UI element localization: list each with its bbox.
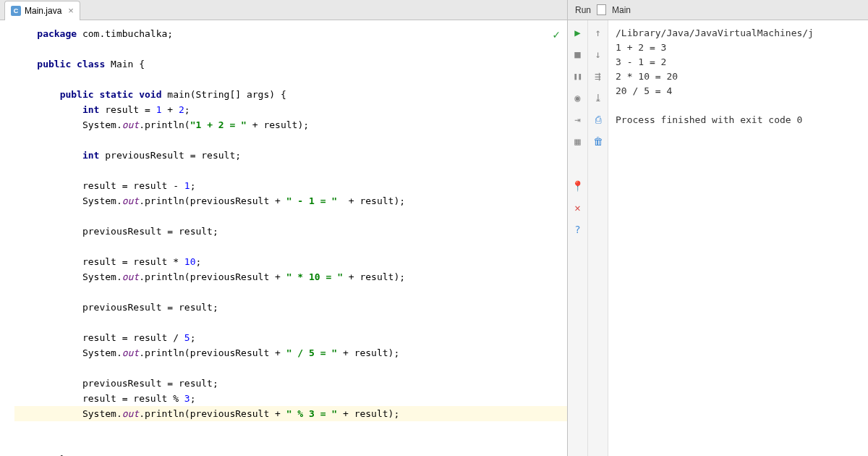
run-body: ▶ ■ ❚❚ ◉ ⇥ ▦ 📍 ✕ ? ↑ ↓ ⇶ ⤓ ⎙ 🗑 /Library/… [568, 20, 868, 456]
run-toolbar-right: ↑ ↓ ⇶ ⤓ ⎙ 🗑 [588, 20, 608, 456]
wrap-icon[interactable]: ⇶ [592, 69, 605, 83]
play-icon[interactable]: ▶ [571, 26, 584, 39]
code-line: int previousResult = result; [14, 148, 567, 163]
pause-icon[interactable]: ❚❚ [571, 69, 584, 83]
code-editor[interactable]: ✓ package com.timbuchalka; public class … [0, 20, 567, 456]
close-icon[interactable]: ✕ [571, 201, 584, 214]
code-line [14, 239, 567, 254]
code-line: previousResult = result; [14, 300, 567, 315]
code-line: System.out.println(previousResult + " * … [14, 269, 567, 284]
trash-icon[interactable]: 🗑 [592, 135, 605, 148]
code-line: package com.timbuchalka; [14, 26, 567, 41]
run-toolbar-left: ▶ ■ ❚❚ ◉ ⇥ ▦ 📍 ✕ ? [568, 20, 588, 456]
print-icon[interactable]: ⎙ [592, 113, 605, 126]
console-output[interactable]: /Library/Java/JavaVirtualMachines/j1 + 2… [608, 20, 868, 456]
checkmark-icon: ✓ [553, 28, 560, 41]
tab-filename: Main.java [25, 6, 61, 16]
code-line: public static void main(String[] args) { [14, 87, 567, 102]
run-panel: Run Main ▶ ■ ❚❚ ◉ ⇥ ▦ 📍 ✕ ? ↑ ↓ ⇶ ⤓ ⎙ 🗑 … [568, 0, 868, 456]
exit-icon[interactable]: ⇥ [571, 113, 584, 126]
code-line: result = result / 5; [14, 330, 567, 345]
help-icon[interactable]: ? [571, 223, 584, 236]
console-line [616, 98, 861, 113]
camera-icon[interactable]: ◉ [571, 91, 584, 104]
java-class-icon: C [11, 6, 21, 16]
code-line [14, 315, 567, 330]
up-arrow-icon[interactable]: ↑ [592, 26, 605, 39]
console-line: /Library/Java/JavaVirtualMachines/j [616, 26, 861, 41]
code-line [14, 41, 567, 56]
console-line: 2 * 10 = 20 [616, 69, 861, 84]
pin-icon[interactable]: 📍 [571, 180, 584, 193]
code-line [14, 360, 567, 376]
console-line: Process finished with exit code 0 [616, 113, 861, 127]
layout-icon[interactable]: ▦ [571, 135, 584, 148]
code-line: result = result % 3; [14, 391, 567, 406]
close-icon[interactable]: × [68, 5, 74, 16]
console-line: 3 - 1 = 2 [616, 55, 861, 69]
code-line: previousResult = result; [14, 224, 567, 239]
run-config-name: Main [612, 5, 631, 15]
stop-icon[interactable]: ■ [571, 48, 584, 61]
code-line [14, 132, 567, 148]
code-line: System.out.println(previousResult + " - … [14, 193, 567, 208]
tab-bar: C Main.java × [0, 0, 567, 20]
code-line: int result = 1 + 2; [14, 102, 567, 117]
editor-panel: C Main.java × ✓ package com.timbuchalka;… [0, 0, 568, 456]
code-line: result = result - 1; [14, 178, 567, 193]
run-label: Run [575, 5, 591, 15]
closing-brace: } [14, 452, 567, 456]
code-line: result = result * 10; [14, 254, 567, 269]
file-tab[interactable]: C Main.java × [4, 1, 80, 20]
code-line: previousResult = result; [14, 376, 567, 391]
code-line [14, 421, 567, 436]
scroll-icon[interactable]: ⤓ [592, 91, 605, 104]
code-line: System.out.println(previousResult + " / … [14, 345, 567, 360]
code-line [14, 163, 567, 178]
code-line: public class Main { [14, 56, 567, 72]
code-line: System.out.println(previousResult + " % … [14, 406, 567, 421]
down-arrow-icon[interactable]: ↓ [592, 48, 605, 61]
code-line [14, 208, 567, 224]
code-line [14, 436, 567, 452]
console-line: 20 / 5 = 4 [616, 84, 861, 98]
code-line [14, 72, 567, 87]
code-line: System.out.println("1 + 2 = " + result); [14, 117, 567, 132]
run-header: Run Main [568, 0, 868, 20]
document-icon [597, 4, 606, 15]
console-line: 1 + 2 = 3 [616, 41, 861, 55]
code-line [14, 284, 567, 300]
